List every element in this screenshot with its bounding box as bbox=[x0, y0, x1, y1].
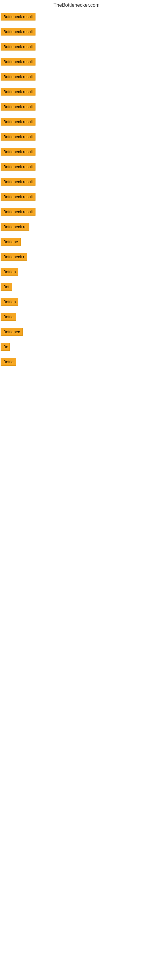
bottleneck-badge[interactable]: Bottleneck result bbox=[1, 103, 35, 111]
bottleneck-badge[interactable]: Bo bbox=[1, 343, 10, 351]
list-item[interactable]: Bottlenec bbox=[0, 325, 153, 340]
bottleneck-badge[interactable]: Bottleneck result bbox=[1, 58, 35, 65]
bottleneck-badge[interactable]: Bottleneck result bbox=[1, 28, 35, 35]
list-item[interactable]: Bottleneck result bbox=[0, 85, 153, 100]
site-header: TheBottlenecker.com bbox=[0, 0, 153, 9]
list-item[interactable]: Bottleneck result bbox=[0, 100, 153, 115]
list-item[interactable]: Bottleneck result bbox=[0, 115, 153, 130]
bottleneck-badge[interactable]: Bottleneck result bbox=[1, 118, 35, 126]
bottleneck-badge[interactable]: Bottlen bbox=[1, 298, 18, 305]
site-title: TheBottlenecker.com bbox=[0, 0, 153, 9]
list-item[interactable]: Bottle bbox=[0, 310, 153, 325]
list-item[interactable]: Bottle bbox=[0, 355, 153, 370]
list-item[interactable]: Bottleneck result bbox=[0, 160, 153, 175]
list-item[interactable]: Bottlen bbox=[0, 295, 153, 310]
list-item[interactable]: Bottleneck result bbox=[0, 55, 153, 70]
list-item[interactable]: Bottleneck result bbox=[0, 25, 153, 40]
bottleneck-badge[interactable]: Bottleneck result bbox=[1, 193, 35, 200]
list-item[interactable]: Bottleneck result bbox=[0, 40, 153, 55]
bottleneck-badge[interactable]: Bottle bbox=[1, 358, 16, 366]
list-item[interactable]: Bottleneck result bbox=[0, 205, 153, 220]
list-item[interactable]: Bottlene bbox=[0, 235, 153, 250]
list-item[interactable]: Bottleneck r bbox=[0, 250, 153, 265]
bottleneck-badge[interactable]: Bottleneck result bbox=[1, 208, 35, 216]
bottleneck-badge[interactable]: Bottleneck result bbox=[1, 88, 35, 95]
items-container: Bottleneck resultBottleneck resultBottle… bbox=[0, 9, 153, 370]
list-item[interactable]: Bottleneck result bbox=[0, 70, 153, 85]
bottleneck-badge[interactable]: Bottleneck result bbox=[1, 133, 35, 140]
list-item[interactable]: Bottlen bbox=[0, 265, 153, 280]
bottleneck-badge[interactable]: Bottleneck result bbox=[1, 43, 35, 51]
list-item[interactable]: Bot bbox=[0, 280, 153, 295]
bottleneck-badge[interactable]: Bottleneck result bbox=[1, 148, 35, 156]
list-item[interactable]: Bottleneck result bbox=[0, 10, 153, 25]
bottleneck-badge[interactable]: Bottleneck result bbox=[1, 163, 35, 170]
bottleneck-badge[interactable]: Bottle bbox=[1, 313, 16, 321]
list-item[interactable]: Bo bbox=[0, 340, 153, 355]
bottleneck-badge[interactable]: Bottleneck re bbox=[1, 223, 29, 231]
bottleneck-badge[interactable]: Bottleneck result bbox=[1, 13, 35, 21]
list-item[interactable]: Bottleneck result bbox=[0, 130, 153, 145]
bottleneck-badge[interactable]: Bottleneck result bbox=[1, 178, 35, 186]
bottleneck-badge[interactable]: Bottleneck result bbox=[1, 73, 35, 81]
bottleneck-badge[interactable]: Bottleneck r bbox=[1, 253, 27, 261]
list-item[interactable]: Bottleneck result bbox=[0, 190, 153, 205]
bottleneck-badge[interactable]: Bottlenec bbox=[1, 328, 22, 336]
list-item[interactable]: Bottleneck result bbox=[0, 175, 153, 190]
bottleneck-badge[interactable]: Bottlene bbox=[1, 238, 21, 246]
bottleneck-badge[interactable]: Bot bbox=[1, 283, 12, 291]
bottleneck-badge[interactable]: Bottlen bbox=[1, 268, 18, 275]
list-item[interactable]: Bottleneck re bbox=[0, 220, 153, 235]
list-item[interactable]: Bottleneck result bbox=[0, 145, 153, 160]
